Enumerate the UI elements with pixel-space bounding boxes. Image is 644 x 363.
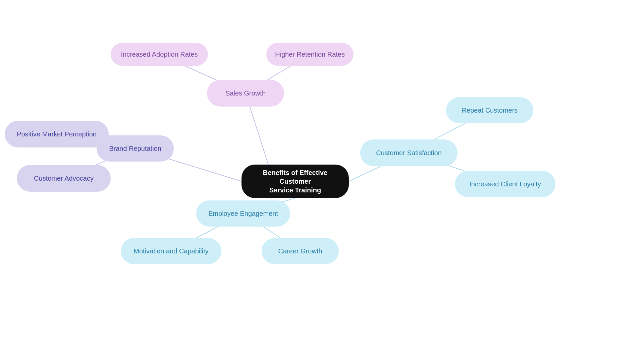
- center-label: Benefits of Effective Customer Service T…: [250, 168, 341, 194]
- center-node: Benefits of Effective Customer Service T…: [241, 165, 349, 198]
- brand-reputation-node: Brand Reputation: [97, 135, 174, 162]
- increased-client-loyalty-node: Increased Client Loyalty: [455, 171, 555, 197]
- employee-engagement-node: Employee Engagement: [196, 200, 290, 227]
- positive-market-label: Positive Market Perception: [17, 130, 97, 138]
- increased-client-loyalty-label: Increased Client Loyalty: [469, 180, 541, 188]
- increased-adoption-node: Increased Adoption Rates: [111, 43, 208, 66]
- career-growth-label: Career Growth: [278, 247, 322, 255]
- customer-advocacy-node: Customer Advocacy: [17, 165, 111, 192]
- repeat-customers-node: Repeat Customers: [446, 97, 533, 123]
- sales-growth-node: Sales Growth: [207, 80, 284, 107]
- customer-satisfaction-label: Customer Satisfaction: [376, 148, 442, 157]
- brand-reputation-label: Brand Reputation: [109, 144, 161, 153]
- positive-market-node: Positive Market Perception: [5, 121, 109, 147]
- motivation-capability-node: Motivation and Capability: [121, 238, 221, 264]
- employee-engagement-label: Employee Engagement: [208, 209, 278, 218]
- repeat-customers-label: Repeat Customers: [462, 106, 518, 115]
- sales-growth-label: Sales Growth: [225, 89, 266, 98]
- higher-retention-node: Higher Retention Rates: [266, 43, 354, 66]
- customer-advocacy-label: Customer Advocacy: [34, 174, 94, 183]
- career-growth-node: Career Growth: [262, 238, 339, 264]
- increased-adoption-label: Increased Adoption Rates: [121, 50, 198, 59]
- motivation-capability-label: Motivation and Capability: [133, 247, 208, 255]
- customer-satisfaction-node: Customer Satisfaction: [360, 139, 458, 166]
- higher-retention-label: Higher Retention Rates: [275, 50, 345, 59]
